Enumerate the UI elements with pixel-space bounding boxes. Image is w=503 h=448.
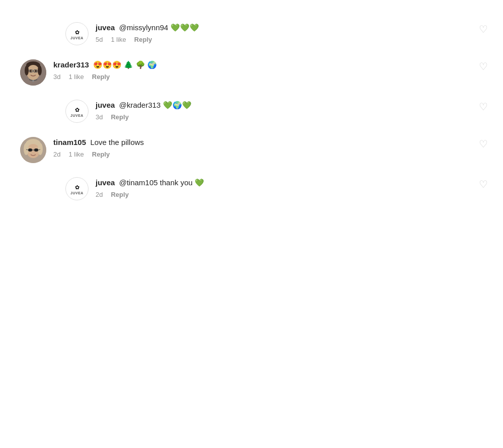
comment-text: krader313 😍😍😍 🌲 🌳 🌍 [53,59,493,70]
avatar: ✿ JUVEA [65,177,89,200]
svg-point-10 [32,80,34,82]
juvea-logo-text: JUVEA [70,191,83,195]
comment-username: krader313 [53,60,89,69]
comment-username: tinam105 [53,138,86,146]
avatar: ✿ JUVEA [65,22,89,45]
svg-point-5 [30,70,32,72]
comment-text: juvea @missylynn94 💚💚💚 [96,22,493,33]
comment-text: tinam105 Love the pillows [53,137,493,147]
comment-likes: 1 like [111,36,126,43]
svg-rect-16 [28,148,32,152]
avatar [20,137,46,163]
svg-point-4 [38,65,42,76]
comment-meta: 5d 1 like Reply [96,36,493,43]
comment-item: krader313 😍😍😍 🌲 🌳 🌍 3d 1 like Reply ♡ [0,52,503,93]
comment-likes: 1 like [68,73,83,81]
reply-button[interactable]: Reply [111,113,128,121]
avatar [20,59,46,86]
comment-body: juvea @tinam105 thank you 💚 2d Reply [96,177,493,198]
comment-time: 5d [96,36,103,43]
comment-text: juvea @tinam105 thank you 💚 [96,177,493,188]
svg-point-6 [35,70,37,72]
comment-text: juvea @krader313 💚🌍💚 [96,100,493,110]
like-button[interactable]: ♡ [479,179,488,189]
comment-time: 2d [53,151,60,158]
comment-time: 2d [96,191,103,198]
juvea-logo-text: JUVEA [70,114,83,118]
comment-meta: 2d 1 like Reply [53,151,493,158]
comment-username: juvea [96,23,115,32]
comment-likes: 1 like [68,151,83,158]
comment-item: ✿ JUVEA juvea @missylynn94 💚💚💚 5d 1 like… [0,15,503,52]
svg-rect-17 [34,148,38,152]
reply-button[interactable]: Reply [92,73,110,81]
comment-item: tinam105 Love the pillows 2d 1 like Repl… [0,130,503,170]
comment-username: juvea [96,178,115,187]
like-button[interactable]: ♡ [479,61,488,71]
comment-body: juvea @missylynn94 💚💚💚 5d 1 like Reply [96,22,493,43]
reply-button[interactable]: Reply [111,191,128,198]
juvea-logo-text: JUVEA [70,36,83,40]
like-button[interactable]: ♡ [479,24,488,34]
svg-point-3 [25,65,29,76]
comment-meta: 3d 1 like Reply [53,73,493,81]
reply-button[interactable]: Reply [134,36,152,43]
comment-body: krader313 😍😍😍 🌲 🌳 🌍 3d 1 like Reply [53,59,493,81]
comments-list: ✿ JUVEA juvea @missylynn94 💚💚💚 5d 1 like… [0,10,503,212]
comment-body: tinam105 Love the pillows 2d 1 like Repl… [53,137,493,158]
comment-time: 3d [53,73,60,81]
svg-point-14 [24,143,29,155]
comment-body: juvea @krader313 💚🌍💚 3d Reply [96,100,493,121]
like-button[interactable]: ♡ [479,139,488,149]
like-button[interactable]: ♡ [479,102,488,112]
comment-time: 3d [96,113,103,121]
avatar: ✿ JUVEA [65,100,89,123]
svg-point-2 [27,65,40,80]
avatar-svg [20,59,46,86]
comment-item: ✿ JUVEA juvea @krader313 💚🌍💚 3d Reply ♡ [0,93,503,130]
comment-meta: 2d Reply [96,191,493,198]
comment-item: ✿ JUVEA juvea @tinam105 thank you 💚 2d R… [0,170,503,207]
avatar-svg [20,137,46,163]
comment-username: juvea [96,101,115,109]
reply-button[interactable]: Reply [92,151,110,158]
svg-point-15 [38,143,43,155]
comment-meta: 3d Reply [96,113,493,121]
